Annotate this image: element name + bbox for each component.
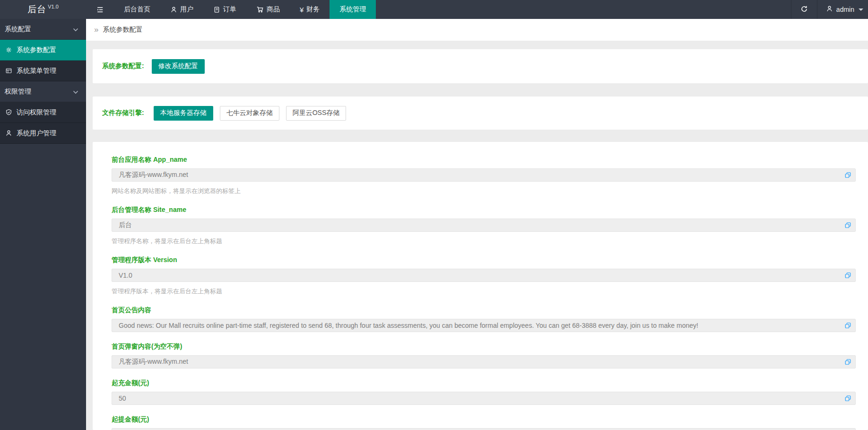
field-label: 起提金额(元) (112, 415, 856, 424)
field-label: 管理程序版本 Version (112, 256, 856, 264)
field-help: 网站名称及网站图标，将显示在浏览器的标签上 (112, 187, 856, 195)
layout-menu-icon (5, 67, 12, 75)
top-nav: 后台首页 用户 订单 商品 (86, 0, 791, 19)
nav-item-label: 后台首页 (124, 5, 150, 14)
system-config-panel: 系统参数配置: 修改系统配置 (93, 49, 868, 83)
sidebar-group-system-config[interactable]: 系统配置 (0, 19, 86, 40)
field-label: 起充金额(元) (112, 379, 856, 387)
sidebar-item-label: 访问权限管理 (17, 108, 56, 117)
sidebar-item-system-menu-management[interactable]: 系统菜单管理 (0, 61, 86, 81)
modify-system-config-button[interactable]: 修改系统配置 (152, 59, 205, 74)
user-icon (170, 6, 177, 13)
sidebar-item-system-param-config[interactable]: 系统参数配置 (0, 40, 86, 61)
copy-icon[interactable] (844, 222, 851, 229)
form-group-app-name: 前台应用名称 App_name 网站名称及网站图标，将显示在浏览器的标签上 (112, 156, 856, 195)
topbar-right: admin (791, 0, 868, 19)
app-version: V1.0 (48, 4, 59, 9)
form-group-min-withdraw: 起提金额(元) (112, 415, 856, 430)
breadcrumb-text: 系统参数配置 (103, 26, 142, 34)
form-group-home-announcement: 首页公告内容 (112, 306, 856, 332)
nav-item-home[interactable]: 后台首页 (114, 0, 160, 19)
chevron-down-icon (859, 9, 863, 11)
app-name-input[interactable] (112, 168, 856, 182)
gear-icon (5, 46, 12, 54)
form-group-min-recharge: 起充金额(元) (112, 379, 856, 405)
form-group-site-name: 后台管理名称 Site_name 管理程序名称，将显示在后台左上角标题 (112, 206, 856, 246)
user-icon (826, 5, 833, 14)
version-input[interactable] (112, 269, 856, 282)
refresh-icon (800, 5, 808, 14)
sidebar-collapse-button[interactable] (86, 0, 114, 19)
field-label: 后台管理名称 Site_name (112, 206, 856, 214)
field-help: 管理程序版本，将显示在后台左上角标题 (112, 287, 856, 296)
form-group-home-popup: 首页弹窗内容(为空不弹) (112, 342, 856, 369)
sidebar-group-label: 权限管理 (5, 88, 31, 96)
min-recharge-input[interactable] (112, 392, 856, 405)
shield-check-icon (5, 109, 12, 116)
chevron-down-icon (73, 88, 78, 96)
copy-icon[interactable] (844, 395, 851, 402)
storage-option-qiniu-button[interactable]: 七牛云对象存储 (220, 106, 279, 121)
sidebar-item-access-permission-management[interactable]: 访问权限管理 (0, 102, 86, 123)
copy-icon[interactable] (844, 172, 851, 179)
yuan-icon: ¥ (300, 6, 304, 14)
chevron-down-icon (73, 26, 78, 33)
topbar: 后台 V1.0 后台首页 用户 (0, 0, 868, 19)
nav-item-orders[interactable]: 订单 (203, 0, 246, 19)
sidebar-item-label: 系统用户管理 (17, 129, 56, 138)
user-menu[interactable]: admin (817, 0, 868, 19)
shrink-menu-icon (96, 6, 104, 14)
breadcrumb-separator-icon: » (94, 25, 98, 35)
document-icon (213, 6, 220, 13)
home-announcement-input[interactable] (112, 319, 856, 332)
refresh-button[interactable] (791, 0, 817, 19)
nav-item-system-management[interactable]: 系统管理 (330, 0, 376, 19)
storage-option-local-button[interactable]: 本地服务器存储 (154, 106, 213, 121)
field-help: 管理程序名称，将显示在后台左上角标题 (112, 237, 856, 246)
copy-icon[interactable] (844, 359, 851, 366)
nav-item-label: 商品 (267, 5, 280, 14)
sidebar-item-label: 系统参数配置 (17, 46, 56, 54)
system-params-form: 前台应用名称 App_name 网站名称及网站图标，将显示在浏览器的标签上 后台… (93, 142, 868, 430)
system-config-label: 系统参数配置: (102, 62, 144, 70)
username: admin (836, 6, 854, 13)
main-content: » 系统参数配置 系统参数配置: 修改系统配置 文件存储引擎: 本地服务器存储 … (86, 19, 868, 430)
storage-engine-label: 文件存储引擎: (102, 109, 144, 117)
copy-icon[interactable] (844, 322, 851, 329)
sidebar-item-system-user-management[interactable]: 系统用户管理 (0, 123, 86, 144)
storage-engine-panel: 文件存储引擎: 本地服务器存储 七牛云对象存储 阿里云OSS存储 (93, 97, 868, 130)
sidebar-group-permission-management[interactable]: 权限管理 (0, 81, 86, 102)
nav-item-label: 用户 (180, 5, 193, 14)
sidebar-item-label: 系统菜单管理 (17, 67, 56, 75)
cart-icon (256, 6, 264, 13)
nav-item-label: 订单 (223, 5, 236, 14)
form-group-version: 管理程序版本 Version 管理程序版本，将显示在后台左上角标题 (112, 256, 856, 296)
breadcrumb: » 系统参数配置 (86, 19, 868, 41)
sidebar: 系统配置 系统参数配置 系统菜单管理 权限管理 (0, 19, 86, 430)
nav-item-label: 财务 (306, 5, 320, 14)
storage-option-aliyun-oss-button[interactable]: 阿里云OSS存储 (286, 106, 347, 121)
min-withdraw-input[interactable] (112, 428, 856, 430)
nav-item-users[interactable]: 用户 (160, 0, 203, 19)
app-title: 后台 (27, 3, 46, 16)
field-label: 前台应用名称 App_name (112, 156, 856, 164)
copy-icon[interactable] (844, 272, 851, 279)
app-logo: 后台 V1.0 (0, 0, 86, 19)
field-label: 首页公告内容 (112, 306, 856, 315)
user-icon (5, 130, 12, 137)
nav-item-finance[interactable]: ¥ 财务 (290, 0, 330, 19)
sidebar-group-label: 系统配置 (5, 25, 31, 34)
nav-item-products[interactable]: 商品 (246, 0, 290, 19)
home-popup-input[interactable] (112, 355, 856, 369)
field-label: 首页弹窗内容(为空不弹) (112, 342, 856, 351)
nav-item-label: 系统管理 (339, 5, 366, 14)
site-name-input[interactable] (112, 219, 856, 232)
